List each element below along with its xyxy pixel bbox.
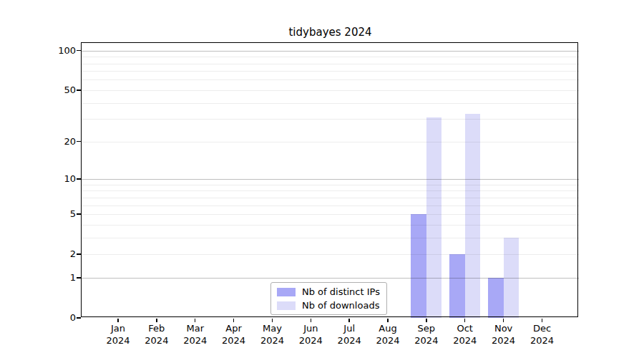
x-tick-mark-jul-2024 (348, 319, 350, 322)
y-tick-mark-50 (77, 90, 81, 91)
y-tick-mark-20 (77, 141, 81, 142)
minor-gridline-40 (82, 103, 579, 104)
major-gridline-10 (82, 179, 579, 180)
y-tick-label-100: 100 (0, 45, 76, 57)
x-tick-label-dec-2024: Dec 2024 (519, 323, 565, 347)
y-tick-label-20: 20 (0, 136, 76, 147)
y-tick-label-2: 2 (0, 248, 76, 260)
bar-nb-of-distinct-ips-nov-2024 (488, 278, 504, 318)
minor-gridline-9 (82, 185, 579, 185)
minor-gridline-50 (82, 90, 579, 91)
minor-gridline-7 (82, 198, 579, 198)
x-tick-mark-jan-2024 (117, 319, 119, 322)
y-tick-mark-1 (77, 277, 81, 279)
y-tick-mark-0 (77, 317, 81, 319)
legend-swatch-nb-of-downloads (277, 301, 296, 310)
legend-row-nb-of-distinct-ips: Nb of distinct IPs (277, 286, 380, 297)
x-tick-mark-aug-2024 (387, 319, 389, 322)
major-gridline-1 (82, 278, 579, 279)
bar-nb-of-distinct-ips-sep-2024 (411, 214, 426, 318)
major-gridline-100 (82, 51, 579, 52)
x-tick-mark-may-2024 (272, 319, 273, 322)
chart-title: tidybayes 2024 (82, 26, 579, 39)
legend-label: Nb of downloads (302, 300, 379, 311)
y-tick-mark-10 (77, 178, 81, 180)
y-tick-mark-2 (77, 253, 81, 255)
y-tick-label-5: 5 (0, 208, 76, 220)
minor-gridline-2 (82, 254, 579, 255)
minor-gridline-90 (82, 57, 579, 57)
legend-label: Nb of distinct IPs (302, 286, 380, 297)
bar-nb-of-downloads-oct-2024 (465, 114, 481, 318)
bar-nb-of-downloads-sep-2024 (426, 117, 442, 318)
minor-gridline-8 (82, 190, 579, 191)
x-tick-mark-sep-2024 (426, 319, 427, 322)
y-tick-label-50: 50 (0, 84, 76, 96)
plot-area (82, 43, 579, 318)
minor-gridline-6 (82, 205, 579, 206)
y-tick-label-1: 1 (0, 272, 76, 284)
x-tick-mark-mar-2024 (195, 319, 196, 322)
minor-gridline-70 (82, 71, 579, 72)
legend-swatch-nb-of-distinct-ips (277, 288, 296, 296)
x-tick-mark-feb-2024 (156, 319, 157, 322)
minor-gridline-4 (82, 225, 579, 226)
x-tick-mark-oct-2024 (464, 319, 466, 322)
y-tick-label-10: 10 (0, 173, 76, 185)
minor-gridline-60 (82, 79, 579, 80)
legend: Nb of distinct IPsNb of downloads (270, 282, 387, 315)
download-stats-chart: tidybayes 2024 0125102050100 Jan 2024Feb… (0, 0, 644, 358)
x-tick-mark-nov-2024 (503, 319, 504, 322)
minor-gridline-5 (82, 214, 579, 215)
minor-gridline-80 (82, 64, 579, 64)
bar-nb-of-distinct-ips-oct-2024 (449, 254, 465, 318)
x-tick-mark-dec-2024 (542, 319, 543, 322)
legend-row-nb-of-downloads: Nb of downloads (277, 300, 380, 311)
x-tick-mark-jun-2024 (311, 319, 312, 322)
minor-gridline-30 (82, 119, 579, 120)
y-tick-mark-100 (77, 50, 81, 52)
x-tick-mark-apr-2024 (233, 319, 235, 322)
minor-gridline-20 (82, 142, 579, 142)
minor-gridline-3 (82, 238, 579, 238)
y-tick-label-0: 0 (0, 312, 76, 324)
y-tick-mark-5 (77, 213, 81, 215)
